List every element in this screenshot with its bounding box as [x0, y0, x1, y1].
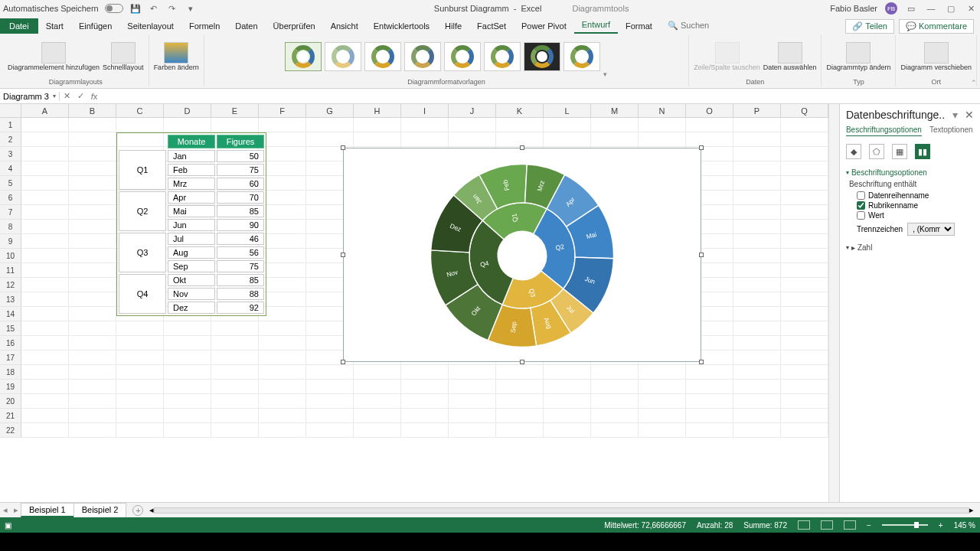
row-22[interactable]: 22 — [0, 423, 21, 438]
section-label-options[interactable]: Beschriftungsoptionen — [846, 168, 974, 177]
row-18[interactable]: 18 — [0, 365, 21, 380]
ribbon-tab-daten[interactable]: Daten — [227, 18, 265, 34]
col-I[interactable]: I — [401, 104, 449, 117]
row-16[interactable]: 16 — [0, 336, 21, 350]
move-chart-button[interactable]: Diagramm verschieben — [900, 42, 972, 71]
window-restore-icon[interactable]: ▢ — [945, 2, 957, 15]
window-minimize-icon[interactable]: — — [925, 2, 937, 15]
horizontal-scrollbar[interactable]: ◂▸ — [149, 507, 974, 514]
user-name[interactable]: Fabio Basler — [830, 4, 877, 13]
value-cell[interactable]: 88 — [217, 288, 264, 300]
row-6[interactable]: 6 — [0, 191, 21, 205]
row-17[interactable]: 17 — [0, 350, 21, 365]
month-cell[interactable]: Dez — [168, 302, 215, 314]
row-14[interactable]: 14 — [0, 307, 21, 321]
ribbon-tab-format[interactable]: Format — [618, 18, 660, 34]
resize-handle[interactable] — [341, 360, 345, 364]
sheet-nav-prev-icon[interactable]: ◂ — [0, 505, 11, 515]
select-all-corner[interactable] — [0, 104, 21, 117]
ribbon-tab-power pivot[interactable]: Power Pivot — [514, 18, 574, 34]
month-cell[interactable]: Mai — [168, 205, 215, 217]
tell-me-search[interactable]: 🔍 — [660, 18, 794, 34]
row-9[interactable]: 9 — [0, 234, 21, 249]
col-O[interactable]: O — [686, 104, 733, 117]
column-headers[interactable]: ABCDEFGHIJKLMNOPQ — [0, 104, 828, 118]
qat-customize-icon[interactable]: ▾ — [185, 2, 197, 15]
effects-icon[interactable]: ⬠ — [869, 144, 884, 159]
row-5[interactable]: 5 — [0, 176, 21, 191]
month-cell[interactable]: Feb — [168, 164, 215, 176]
resize-handle[interactable] — [341, 145, 345, 150]
autosave-toggle[interactable] — [105, 4, 123, 13]
ribbon-tab-seitenlayout[interactable]: Seitenlayout — [119, 18, 181, 34]
chart-style-2[interactable] — [325, 42, 361, 71]
row-7[interactable]: 7 — [0, 205, 21, 220]
fill-line-icon[interactable]: ◆ — [846, 144, 861, 159]
value-cell[interactable]: 56 — [217, 246, 264, 259]
chart-style-6[interactable] — [484, 42, 521, 71]
col-G[interactable]: G — [306, 104, 354, 117]
quarter-cell[interactable]: Q3 — [119, 233, 166, 272]
col-H[interactable]: H — [354, 104, 401, 117]
ribbon-tab-ansicht[interactable]: Ansicht — [323, 18, 366, 34]
value-cell[interactable]: 70 — [217, 191, 264, 204]
sheet-tab[interactable]: Beispiel 2 — [74, 503, 127, 517]
value-cell[interactable]: 46 — [217, 233, 264, 245]
close-pane-icon[interactable]: ✕ — [965, 109, 974, 121]
chk-value[interactable]: Wert — [857, 211, 974, 220]
ribbon-tab-formeln[interactable]: Formeln — [181, 18, 227, 34]
quarter-cell[interactable]: Q4 — [119, 274, 166, 314]
ribbon-tab-factset[interactable]: FactSet — [469, 18, 514, 34]
chart-object[interactable]: Q1JanFebMrzQ2AprMaiJunQ3JulAugSepQ4OktNo… — [343, 148, 701, 362]
value-cell[interactable]: 85 — [217, 205, 264, 217]
row-8[interactable]: 8 — [0, 220, 21, 234]
vertical-scrollbar[interactable] — [828, 104, 839, 502]
sheet-nav-next-icon[interactable]: ▸ — [11, 505, 21, 515]
save-icon[interactable]: 💾 — [129, 2, 142, 15]
sunburst-chart[interactable]: Q1JanFebMrzQ2AprMaiJunQ3JulAugSepQ4OktNo… — [415, 148, 629, 363]
ribbon-tab-hilfe[interactable]: Hilfe — [437, 18, 469, 34]
cancel-fx-icon[interactable]: ✕ — [60, 91, 74, 101]
label-options-icon[interactable]: ▮▮ — [915, 144, 930, 159]
tab-label-options[interactable]: Beschriftungsoptionen — [846, 126, 922, 136]
quick-layout-button[interactable]: Schnelllayout — [103, 42, 144, 71]
resize-handle[interactable] — [699, 360, 704, 364]
ribbon-tab-einfügen[interactable]: Einfügen — [71, 18, 119, 34]
value-cell[interactable]: 90 — [217, 219, 264, 231]
resize-handle[interactable] — [520, 360, 524, 364]
comments-button[interactable]: 💬 Kommentare — [899, 19, 974, 34]
sheet-tab[interactable]: Beispiel 1 — [21, 503, 74, 517]
col-A[interactable]: A — [21, 104, 69, 117]
month-cell[interactable]: Jun — [168, 219, 215, 231]
row-20[interactable]: 20 — [0, 394, 21, 409]
month-cell[interactable]: Jul — [168, 233, 215, 245]
chart-style-5[interactable] — [444, 42, 481, 71]
tab-text-options[interactable]: Textoptionen — [929, 126, 973, 136]
col-N[interactable]: N — [639, 104, 686, 117]
view-page-break-icon[interactable] — [844, 520, 856, 530]
row-13[interactable]: 13 — [0, 292, 21, 307]
select-data-button[interactable]: Daten auswählen — [763, 42, 817, 71]
month-cell[interactable]: Jan — [168, 150, 215, 162]
enter-fx-icon[interactable]: ✓ — [74, 91, 87, 101]
ribbon-tab-entwicklertools[interactable]: Entwicklertools — [366, 18, 437, 34]
chart-style-4[interactable] — [404, 42, 441, 71]
value-cell[interactable]: 92 — [217, 302, 264, 314]
add-sheet-button[interactable]: + — [132, 505, 143, 516]
row-4[interactable]: 4 — [0, 161, 21, 176]
row-21[interactable]: 21 — [0, 409, 21, 423]
row-12[interactable]: 12 — [0, 278, 21, 292]
chk-series-name[interactable]: Datenreihenname — [857, 191, 974, 200]
chart-style-3[interactable] — [364, 42, 401, 71]
col-L[interactable]: L — [544, 104, 591, 117]
zoom-in-icon[interactable]: + — [939, 521, 943, 530]
share-button[interactable]: 🔗 Teilen — [845, 19, 894, 34]
style-gallery-more-icon[interactable]: ▾ — [603, 70, 607, 78]
ribbon-tab-start[interactable]: Start — [38, 18, 71, 34]
window-close-icon[interactable]: ✕ — [965, 2, 977, 15]
section-number[interactable]: ▸ Zahl — [846, 243, 974, 252]
data-table[interactable]: Monate Figures Q1Jan50Feb75Mrz60Q2Apr70M… — [116, 132, 266, 316]
resize-handle[interactable] — [520, 145, 524, 150]
month-cell[interactable]: Sep — [168, 260, 215, 272]
ribbon-tab-datei[interactable]: Datei — [0, 18, 38, 34]
